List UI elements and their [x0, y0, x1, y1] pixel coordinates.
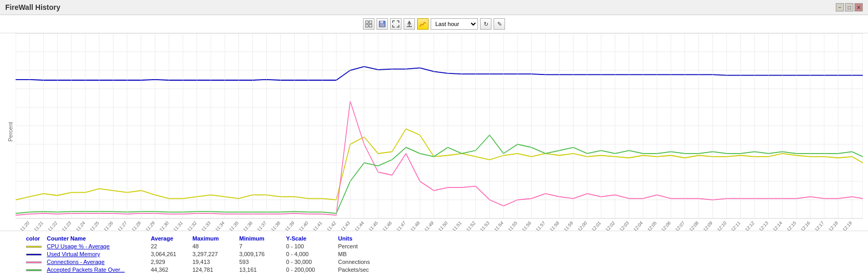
svg-text:11:43: 11:43 — [340, 220, 351, 231]
svg-text:12:11: 12:11 — [730, 220, 741, 231]
svg-text:11:52: 11:52 — [465, 220, 476, 231]
svg-text:12:07: 12:07 — [675, 220, 685, 231]
legend-col-color: color — [26, 235, 47, 242]
legend-color-packets — [26, 266, 47, 273]
legend-col-name: Counter Name — [47, 235, 151, 242]
svg-text:11:28: 11:28 — [131, 220, 141, 231]
svg-text:11:19: 11:19 — [16, 220, 16, 231]
svg-text:11:31: 11:31 — [173, 220, 184, 231]
svg-text:12:00: 12:00 — [577, 220, 588, 231]
legend-units-cpu: Percent — [338, 243, 400, 249]
svg-rect-2 — [366, 24, 368, 27]
svg-text:11:45: 11:45 — [368, 220, 379, 231]
legend-name-connections[interactable]: Connections - Average — [47, 259, 151, 265]
legend-row-packets: Accepted Packets Rate Over... 44,362 124… — [26, 266, 842, 273]
svg-text:11:47: 11:47 — [396, 220, 407, 231]
svg-text:12:01: 12:01 — [591, 220, 602, 231]
svg-text:12:18: 12:18 — [828, 220, 839, 231]
svg-text:11:30: 11:30 — [159, 220, 170, 231]
svg-text:11:22: 11:22 — [47, 220, 58, 231]
svg-text:11:33: 11:33 — [200, 220, 211, 231]
svg-text:11:26: 11:26 — [103, 220, 114, 231]
svg-text:11:25: 11:25 — [89, 220, 100, 231]
legend-col-units: Units — [338, 235, 400, 242]
legend-units-connections: Connections — [338, 259, 400, 265]
legend-avg-packets: 44,362 — [151, 267, 192, 273]
svg-text:11:37: 11:37 — [256, 220, 267, 231]
svg-text:12:12: 12:12 — [744, 220, 755, 231]
legend-yscale-cpu: 0 - 100 — [286, 243, 338, 249]
legend-color-connections — [26, 258, 47, 266]
minimize-button[interactable]: − — [836, 3, 844, 11]
svg-text:11:32: 11:32 — [187, 220, 198, 231]
legend-max-cpu: 48 — [192, 243, 239, 249]
main-window: FireWall History − □ ✕ Last hour Last 6 … — [0, 0, 868, 278]
svg-text:11:59: 11:59 — [563, 220, 574, 231]
svg-text:11:34: 11:34 — [214, 220, 225, 231]
svg-text:12:15: 12:15 — [786, 220, 797, 231]
svg-text:11:42: 11:42 — [326, 220, 337, 231]
legend-units-packets: Packets/sec — [338, 267, 400, 273]
refresh-button[interactable]: ↻ — [480, 18, 491, 30]
svg-text:12:09: 12:09 — [702, 220, 713, 231]
chart-container: Percent — [5, 33, 863, 231]
legend-yscale-memory: 0 - 4,000 — [286, 251, 338, 257]
svg-text:11:57: 11:57 — [535, 220, 546, 231]
svg-text:11:21: 11:21 — [33, 220, 44, 231]
svg-text:11:54: 11:54 — [493, 220, 504, 231]
svg-text:11:29: 11:29 — [145, 220, 156, 231]
window-controls: − □ ✕ — [836, 3, 863, 11]
svg-text:12:06: 12:06 — [660, 220, 671, 231]
expand-button[interactable] — [390, 18, 401, 30]
legend-avg-cpu: 22 — [151, 243, 192, 249]
legend-min-memory: 3,009,176 — [239, 251, 286, 257]
legend-col-maximum: Maximum — [192, 235, 239, 242]
export-button[interactable] — [404, 18, 415, 30]
svg-text:11:49: 11:49 — [423, 220, 434, 231]
svg-text:11:27: 11:27 — [117, 220, 128, 231]
chart-button[interactable] — [417, 18, 429, 30]
svg-rect-0 — [366, 21, 368, 23]
svg-text:11:56: 11:56 — [521, 220, 532, 231]
chart-svg: 100 90 80 70 60 50 40 30 20 10,0 0 // Th… — [16, 33, 863, 231]
svg-text:12:19: 12:19 — [842, 220, 853, 231]
svg-text:11:44: 11:44 — [354, 220, 365, 231]
legend-color-memory — [26, 250, 47, 258]
svg-text:11:36: 11:36 — [242, 220, 253, 231]
svg-text:11:23: 11:23 — [61, 220, 72, 231]
legend-avg-connections: 2,929 — [151, 259, 192, 265]
legend-row-memory: Used Virtual Memory 3,064,261 3,297,227 … — [26, 250, 842, 258]
save-button[interactable] — [377, 18, 388, 30]
legend-max-connections: 19,413 — [192, 259, 239, 265]
svg-text:11:35: 11:35 — [228, 220, 239, 231]
legend-row-cpu: CPU Usage % - Average 22 48 7 0 - 100 Pe… — [26, 243, 842, 250]
legend-name-packets[interactable]: Accepted Packets Rate Over... — [47, 267, 151, 273]
svg-text:12:10: 12:10 — [716, 220, 727, 231]
legend-min-connections: 593 — [239, 259, 286, 265]
legend-name-cpu[interactable]: CPU Usage % - Average — [47, 243, 151, 249]
maximize-button[interactable]: □ — [845, 3, 853, 11]
svg-text:11:20: 11:20 — [19, 220, 30, 231]
svg-rect-1 — [369, 21, 372, 23]
svg-text:11:41: 11:41 — [312, 220, 323, 231]
chart-inner: 100 90 80 70 60 50 40 30 20 10,0 0 // Th… — [16, 33, 863, 231]
time-range-select[interactable]: Last hour Last 6 hours Last day Last wee… — [431, 18, 478, 30]
legend-units-memory: MB — [338, 251, 400, 257]
toolbar: Last hour Last 6 hours Last day Last wee… — [0, 15, 868, 33]
legend-min-packets: 13,161 — [239, 267, 286, 273]
legend-avg-memory: 3,064,261 — [151, 251, 192, 257]
legend-max-packets: 124,781 — [192, 267, 239, 273]
legend-name-memory[interactable]: Used Virtual Memory — [47, 251, 151, 257]
legend-yscale-packets: 0 - 200,000 — [286, 267, 338, 273]
svg-text:11:55: 11:55 — [507, 220, 518, 231]
svg-text:11:39: 11:39 — [284, 220, 295, 231]
svg-rect-6 — [380, 24, 384, 27]
edit-button[interactable]: ✎ — [494, 18, 505, 30]
grid-button[interactable] — [363, 18, 374, 30]
legend-header: color Counter Name Average Maximum Minim… — [26, 235, 842, 242]
svg-text:12:16: 12:16 — [800, 220, 811, 231]
legend-row-connections: Connections - Average 2,929 19,413 593 0… — [26, 258, 842, 266]
svg-text:11:48: 11:48 — [410, 220, 421, 231]
close-button[interactable]: ✕ — [854, 3, 863, 11]
legend-area: color Counter Name Average Maximum Minim… — [0, 231, 868, 278]
